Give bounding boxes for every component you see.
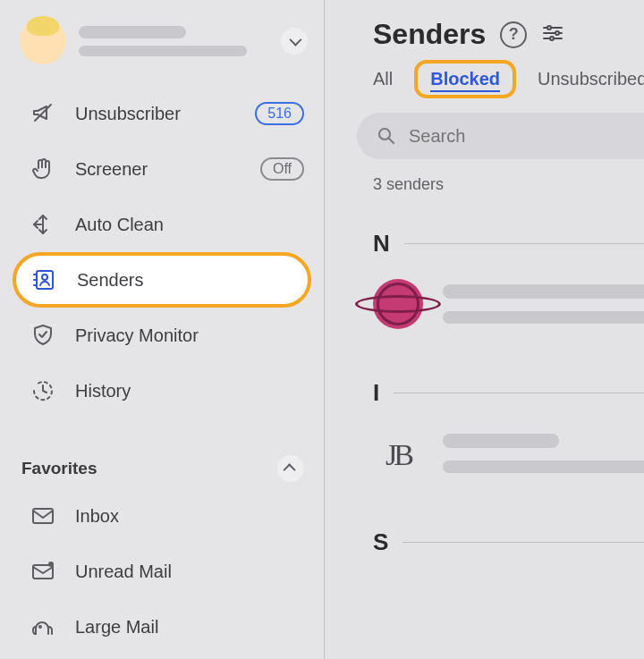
- sidebar-item-label: Inbox: [75, 506, 119, 527]
- search-input[interactable]: [409, 126, 644, 147]
- chevron-down-icon: [289, 34, 301, 46]
- avatar: [20, 18, 66, 64]
- group-header-n: N: [325, 194, 644, 258]
- sidebar-item-large[interactable]: Large Mail: [0, 599, 324, 655]
- sidebar-item-inbox[interactable]: Inbox: [0, 488, 324, 544]
- account-label: [79, 26, 268, 56]
- sender-text: [443, 434, 644, 473]
- status-pill: Off: [260, 157, 304, 181]
- contact-card-icon: [32, 267, 57, 292]
- tab-blocked[interactable]: Blocked: [414, 60, 516, 98]
- megaphone-off-icon: [30, 101, 55, 126]
- history-icon: [30, 378, 55, 403]
- sidebar-item-label: Unsubscriber: [75, 104, 181, 124]
- sidebar-item-label: Privacy Monitor: [75, 325, 199, 346]
- filter-settings-button[interactable]: [541, 21, 564, 48]
- main-header: Senders ?: [325, 18, 644, 51]
- search-icon: [377, 126, 396, 146]
- avatar-initials: JB: [386, 438, 411, 472]
- page-title: Senders: [373, 18, 486, 51]
- sidebar-item-label: Auto Clean: [75, 215, 164, 235]
- main-panel: Senders ? All Blocked Unsubscribed Pa 3 …: [325, 0, 644, 659]
- svg-point-1: [42, 275, 47, 280]
- shield-check-icon: [30, 323, 55, 348]
- count-badge: 516: [255, 102, 304, 125]
- svg-point-8: [550, 37, 554, 40]
- divider: [402, 542, 644, 543]
- sidebar-item-history[interactable]: History: [0, 363, 324, 418]
- tabs: All Blocked Unsubscribed Pa: [325, 60, 644, 98]
- help-button[interactable]: ?: [500, 21, 527, 48]
- sidebar-item-label: Senders: [77, 270, 144, 291]
- arrows-split-icon: [30, 212, 55, 237]
- tab-unsubscribed[interactable]: Unsubscribed: [538, 65, 644, 93]
- sidebar-item-screener[interactable]: Screener Off: [0, 141, 324, 197]
- divider: [394, 393, 644, 393]
- inbox-icon: [30, 503, 55, 528]
- sender-text: [443, 284, 644, 324]
- sender-avatar: JB: [373, 428, 423, 478]
- svg-point-9: [379, 129, 390, 139]
- section-label: Favorites: [21, 459, 97, 478]
- sender-avatar: [373, 279, 423, 329]
- svg-point-7: [555, 31, 559, 35]
- sidebar: Unsubscriber 516 Screener Off Auto Clean: [0, 0, 325, 659]
- svg-rect-3: [33, 565, 53, 579]
- sidebar-item-label: Unread Mail: [75, 562, 172, 582]
- sender-row[interactable]: JB: [325, 407, 644, 478]
- search-bar[interactable]: [357, 113, 644, 159]
- tab-all[interactable]: All: [373, 65, 393, 93]
- sidebar-item-senders[interactable]: Senders: [13, 252, 311, 308]
- svg-point-6: [547, 26, 551, 30]
- collapse-favorites[interactable]: [277, 455, 304, 482]
- sliders-icon: [541, 21, 564, 45]
- group-header-s: S: [325, 478, 644, 556]
- hand-icon: [30, 156, 55, 182]
- sidebar-item-unread[interactable]: Unread Mail: [0, 544, 324, 599]
- nav-list: Unsubscriber 516 Screener Off Auto Clean: [0, 86, 324, 655]
- chevron-up-icon: [284, 463, 296, 476]
- sidebar-item-autoclean[interactable]: Auto Clean: [0, 197, 324, 252]
- divider: [404, 243, 644, 244]
- svg-point-5: [39, 626, 41, 628]
- svg-point-4: [48, 562, 54, 567]
- sidebar-item-unsubscriber[interactable]: Unsubscriber 516: [0, 86, 324, 141]
- sidebar-item-label: Large Mail: [75, 617, 158, 638]
- elephant-icon: [30, 614, 55, 639]
- sidebar-item-label: History: [75, 381, 131, 401]
- sidebar-item-label: Screener: [75, 159, 148, 180]
- favorites-header[interactable]: Favorites: [0, 449, 324, 488]
- sender-count: 3 senders: [325, 159, 644, 194]
- group-header-i: I: [325, 329, 644, 407]
- sender-row[interactable]: [325, 258, 644, 329]
- sidebar-item-privacy[interactable]: Privacy Monitor: [0, 308, 324, 363]
- account-switcher[interactable]: [0, 13, 324, 70]
- account-chevron[interactable]: [281, 28, 308, 55]
- unread-mail-icon: [30, 559, 55, 584]
- svg-rect-2: [33, 509, 53, 523]
